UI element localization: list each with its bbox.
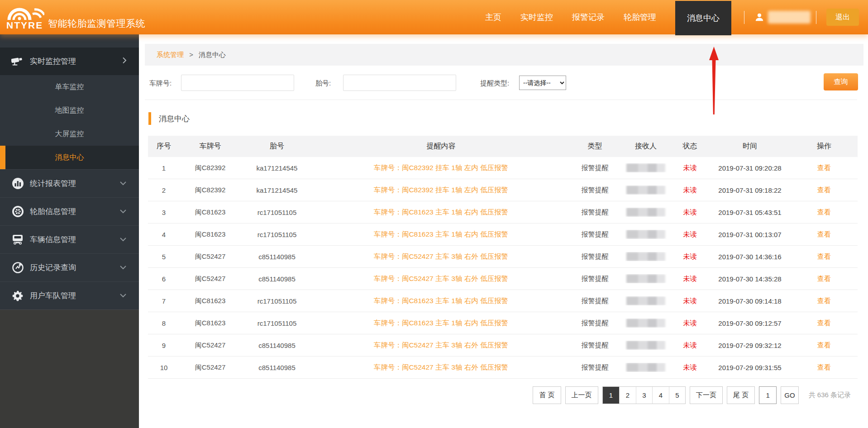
page-number-2[interactable]: 2 xyxy=(619,387,636,404)
gear-icon xyxy=(11,290,24,302)
page-number-4[interactable]: 4 xyxy=(652,387,669,404)
username-blurred xyxy=(768,11,811,24)
cell-time: 2019-07-31 09:20:28 xyxy=(709,164,791,172)
sidebar-group-0[interactable]: 实时监控管理 xyxy=(0,48,139,75)
breadcrumb-parent[interactable]: 系统管理 xyxy=(157,51,184,58)
page-goto-input[interactable] xyxy=(759,386,777,404)
page-number-5[interactable]: 5 xyxy=(669,387,686,404)
receiver-blurred xyxy=(626,252,665,261)
cell-recv xyxy=(621,341,671,350)
cell-content: 车牌号：闽C81623 主车 1轴 右内 低压报警 xyxy=(313,296,569,306)
cell-content: 车牌号：闽C52427 主车 3轴 右外 低压报警 xyxy=(313,363,569,372)
page-go-button[interactable]: GO xyxy=(781,386,798,404)
cell-status: 未读 xyxy=(671,297,709,305)
cell-type: 报警提醒 xyxy=(569,363,621,372)
nav-item-1[interactable]: 实时监控 xyxy=(520,12,553,23)
cell-action[interactable]: 查看 xyxy=(791,164,858,172)
cell-recv xyxy=(621,274,671,283)
cell-action[interactable]: 查看 xyxy=(791,297,858,305)
table-header-row: 序号车牌号胎号提醒内容类型接收人状态时间操作 xyxy=(148,136,858,157)
cell-type: 报警提醒 xyxy=(569,164,621,172)
chevron-down-icon xyxy=(119,179,127,188)
record-count: 共 636 条记录 xyxy=(809,391,851,399)
cell-no: 6 xyxy=(148,275,180,283)
cell-tire: rc171051105 xyxy=(241,209,313,216)
cell-content: 车牌号：闽C81623 主车 1轴 右内 低压报警 xyxy=(313,208,569,217)
cell-tire: c851140985 xyxy=(241,275,313,283)
receiver-blurred xyxy=(626,163,665,172)
cell-time: 2019-07-30 14:36:16 xyxy=(709,253,791,261)
cell-content: 车牌号：闽C81623 主车 1轴 右内 低压报警 xyxy=(313,319,569,328)
sidebar-group-4[interactable]: 历史记录查询 xyxy=(0,254,139,281)
app-root: NTYRE 智能轮胎监测管理系统 主页实时监控报警记录轮胎管理消息中心 退出 实… xyxy=(0,0,868,428)
cell-recv xyxy=(621,252,671,261)
nav-item-2[interactable]: 报警记录 xyxy=(572,12,605,23)
page-first-button[interactable]: 首 页 xyxy=(533,386,561,404)
cell-action[interactable]: 查看 xyxy=(791,275,858,283)
sidebar-group-2[interactable]: 轮胎信息管理 xyxy=(0,198,139,225)
cell-type: 报警提醒 xyxy=(569,275,621,283)
sidebar-filler xyxy=(0,309,139,428)
plate-number-input[interactable] xyxy=(181,75,294,91)
cell-action[interactable]: 查看 xyxy=(791,186,858,195)
breadcrumb-current: 消息中心 xyxy=(199,51,226,58)
cell-type: 报警提醒 xyxy=(569,252,621,261)
column-header-5: 接收人 xyxy=(621,142,671,151)
receiver-blurred xyxy=(626,185,665,195)
cell-type: 报警提醒 xyxy=(569,297,621,305)
cell-content: 车牌号：闽C82392 挂车 1轴 左内 低压报警 xyxy=(313,185,569,195)
cell-plate: 闽C52427 xyxy=(180,341,241,350)
logout-button[interactable]: 退出 xyxy=(826,9,859,26)
search-button[interactable]: 查询 xyxy=(824,73,858,90)
cell-action[interactable]: 查看 xyxy=(791,252,858,261)
cell-tire: ka171214545 xyxy=(241,186,313,194)
cell-action[interactable]: 查看 xyxy=(791,319,858,328)
cell-action[interactable]: 查看 xyxy=(791,208,858,217)
chevron-down-icon xyxy=(119,291,127,300)
cell-status: 未读 xyxy=(671,319,709,328)
cell-content: 车牌号：闽C82392 挂车 1轴 左内 低压报警 xyxy=(313,163,569,173)
cell-no: 3 xyxy=(148,209,180,216)
sidebar-subitem-0-3[interactable]: 消息中心 xyxy=(0,146,139,169)
sidebar-subitem-0-2[interactable]: 大屏监控 xyxy=(0,122,139,146)
cell-plate: 闽C82392 xyxy=(180,164,241,172)
section-title: 消息中心 xyxy=(148,112,190,125)
red-annotation-arrow xyxy=(706,47,722,114)
cell-tire: rc171051105 xyxy=(241,319,313,327)
user-icon xyxy=(754,12,764,22)
cell-no: 2 xyxy=(148,186,180,194)
sidebar-subitem-0-0[interactable]: 单车监控 xyxy=(0,75,139,99)
reminder-type-select[interactable]: --请选择-- xyxy=(519,76,566,90)
sidebar-group-3[interactable]: 车辆信息管理 xyxy=(0,226,139,253)
cell-no: 5 xyxy=(148,253,180,261)
page-last-button[interactable]: 尾 页 xyxy=(727,386,755,404)
receiver-blurred xyxy=(626,230,665,239)
cell-action[interactable]: 查看 xyxy=(791,230,858,239)
cell-recv xyxy=(621,185,671,195)
sidebar-subitem-0-1[interactable]: 地图监控 xyxy=(0,99,139,122)
nav-item-0[interactable]: 主页 xyxy=(485,12,501,23)
sidebar-group-1[interactable]: 统计报表管理 xyxy=(0,170,139,197)
column-header-2: 胎号 xyxy=(241,142,313,151)
page-prev-button[interactable]: 上一页 xyxy=(565,386,598,404)
page-number-1[interactable]: 1 xyxy=(603,387,620,404)
cell-content: 车牌号：闽C52427 主车 3轴 右外 低压报警 xyxy=(313,341,569,350)
cell-action[interactable]: 查看 xyxy=(791,363,858,372)
page-number-3[interactable]: 3 xyxy=(636,387,653,404)
top-nav: 主页实时监控报警记录轮胎管理消息中心 退出 xyxy=(485,0,859,34)
cell-no: 4 xyxy=(148,231,180,238)
cell-time: 2019-07-29 09:32:12 xyxy=(709,342,791,349)
nav-item-4[interactable]: 消息中心 xyxy=(675,1,731,35)
cell-type: 报警提醒 xyxy=(569,208,621,217)
sidebar-group-5[interactable]: 用户车队管理 xyxy=(0,282,139,309)
cell-plate: 闽C52427 xyxy=(180,252,241,261)
page-next-button[interactable]: 下一页 xyxy=(690,386,723,404)
nav-item-3[interactable]: 轮胎管理 xyxy=(624,12,656,23)
cell-no: 8 xyxy=(148,319,180,327)
tire-number-input[interactable] xyxy=(343,75,456,91)
cell-action[interactable]: 查看 xyxy=(791,341,858,350)
column-header-8: 操作 xyxy=(791,142,858,151)
cell-tire: ka171214545 xyxy=(241,164,313,172)
cell-tire: c851140985 xyxy=(241,364,313,371)
cell-type: 报警提醒 xyxy=(569,186,621,195)
